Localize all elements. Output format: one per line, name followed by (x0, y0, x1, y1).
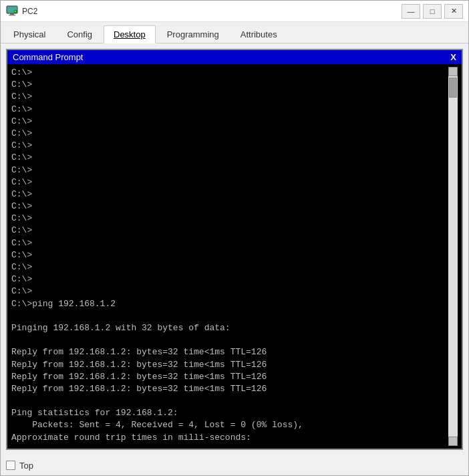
cmd-line: Minimum = 0ms, Maximum = 0ms, Average = … (11, 444, 448, 446)
top-label: Top (19, 461, 33, 471)
cmd-line: C:\> (11, 116, 448, 128)
cmd-line: Packets: Sent = 4, Received = 4, Lost = … (11, 419, 448, 431)
cmd-line: C:\> (11, 104, 448, 116)
cmd-line: C:\> (11, 225, 448, 237)
cmd-line: Reply from 192.168.1.2: bytes=32 time<1m… (11, 359, 448, 371)
cmd-scrollable: C:\>C:\>C:\>C:\>C:\>C:\>C:\>C:\>C:\>C:\>… (11, 67, 448, 446)
cmd-line: C:\> (11, 79, 448, 91)
cmd-line: C:\> (11, 201, 448, 213)
title-bar-left: PC2 (6, 5, 37, 17)
cmd-line: Reply from 192.168.1.2: bytes=32 time<1m… (11, 371, 448, 383)
cmd-line: C:\> (11, 189, 448, 201)
cmd-line: C:\> (11, 237, 448, 249)
top-checkbox[interactable] (6, 461, 15, 470)
tab-config[interactable]: Config (57, 25, 102, 43)
main-window: PC2 — □ ✕ PhysicalConfigDesktopProgrammi… (0, 0, 469, 476)
cmd-line: Pinging 192.168.1.2 with 32 bytes of dat… (11, 322, 448, 334)
cmd-line: Reply from 192.168.1.2: bytes=32 time<1m… (11, 346, 448, 358)
tab-attributes[interactable]: Attributes (230, 25, 287, 43)
scrollbar-track[interactable] (448, 76, 458, 437)
title-bar: PC2 — □ ✕ (1, 1, 468, 22)
cmd-line: C:\> (11, 176, 448, 189)
cmd-line: C:\> (11, 67, 448, 79)
cmd-line: C:\> (11, 273, 448, 285)
svg-point-4 (15, 11, 16, 12)
cmd-line: C:\> (11, 140, 448, 152)
cmd-line: C:\> (11, 261, 448, 273)
scroll-down-button[interactable]: ▼ (448, 437, 458, 446)
tab-desktop[interactable]: Desktop (104, 25, 156, 43)
maximize-button[interactable]: □ (423, 4, 442, 19)
cmd-line: C:\> (11, 91, 448, 103)
tab-programming[interactable]: Programming (157, 25, 229, 43)
close-button[interactable]: ✕ (444, 4, 463, 19)
scrollbar-thumb[interactable] (449, 78, 457, 98)
bottom-bar: Top (1, 455, 468, 475)
title-controls: — □ ✕ (402, 4, 463, 19)
cmd-line (11, 395, 448, 407)
cmd-line (11, 334, 448, 346)
cmd-titlebar: Command Prompt X (7, 50, 462, 64)
cmd-line: C:\> (11, 285, 448, 298)
cmd-line: C:\> (11, 128, 448, 140)
svg-rect-2 (9, 15, 15, 16)
svg-rect-1 (10, 13, 14, 15)
cmd-line: Reply from 192.168.1.2: bytes=32 time<1m… (11, 383, 448, 395)
cmd-line (11, 310, 448, 322)
minimize-button[interactable]: — (402, 4, 420, 19)
tab-physical[interactable]: Physical (3, 25, 55, 43)
command-prompt-window: Command Prompt X C:\>C:\>C:\>C:\>C:\>C:\… (6, 49, 463, 450)
cmd-close-button[interactable]: X (450, 52, 456, 62)
cmd-line: C:\> (11, 164, 448, 176)
cmd-line: Ping statistics for 192.168.1.2: (11, 407, 448, 419)
cmd-line: C:\> (11, 213, 448, 225)
cmd-line: Approximate round trip times in milli-se… (11, 432, 448, 444)
cmd-line: C:\> (11, 249, 448, 261)
window-title: PC2 (22, 7, 37, 16)
cmd-title: Command Prompt (13, 52, 83, 62)
tab-bar: PhysicalConfigDesktopProgrammingAttribut… (1, 22, 468, 43)
cmd-scrollbar[interactable]: ▲ ▼ (448, 67, 458, 446)
cmd-line: C:\>ping 192.168.1.2 (11, 298, 448, 310)
pc-icon (6, 5, 18, 17)
cmd-line: C:\> (11, 152, 448, 164)
cmd-body[interactable]: C:\>C:\>C:\>C:\>C:\>C:\>C:\>C:\>C:\>C:\>… (7, 64, 462, 449)
scroll-up-button[interactable]: ▲ (448, 67, 458, 76)
main-content: Command Prompt X C:\>C:\>C:\>C:\>C:\>C:\… (1, 43, 468, 455)
